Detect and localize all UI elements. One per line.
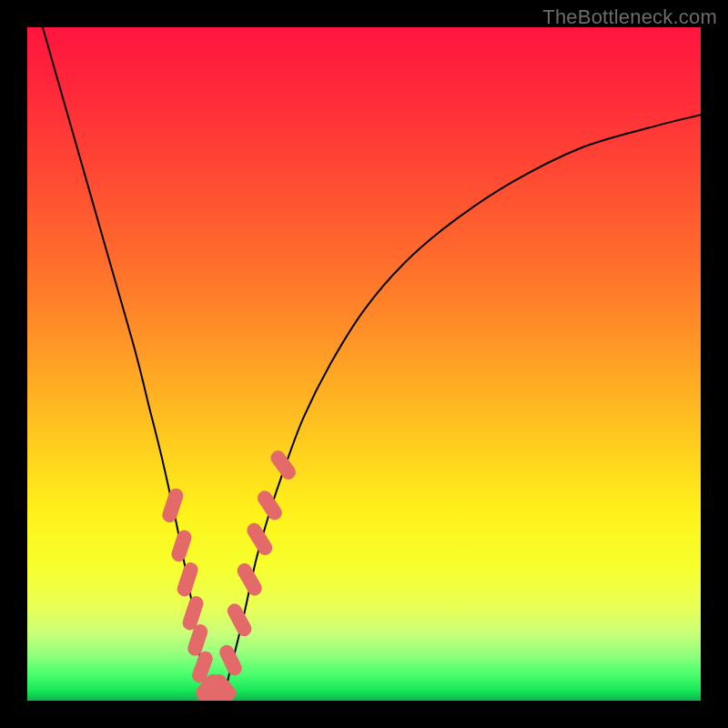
gradient-background — [27, 27, 701, 701]
chart-frame: TheBottleneck.com — [0, 0, 728, 728]
watermark-text: TheBottleneck.com — [542, 5, 717, 29]
plot-svg — [27, 27, 701, 701]
plot-area — [27, 27, 701, 701]
